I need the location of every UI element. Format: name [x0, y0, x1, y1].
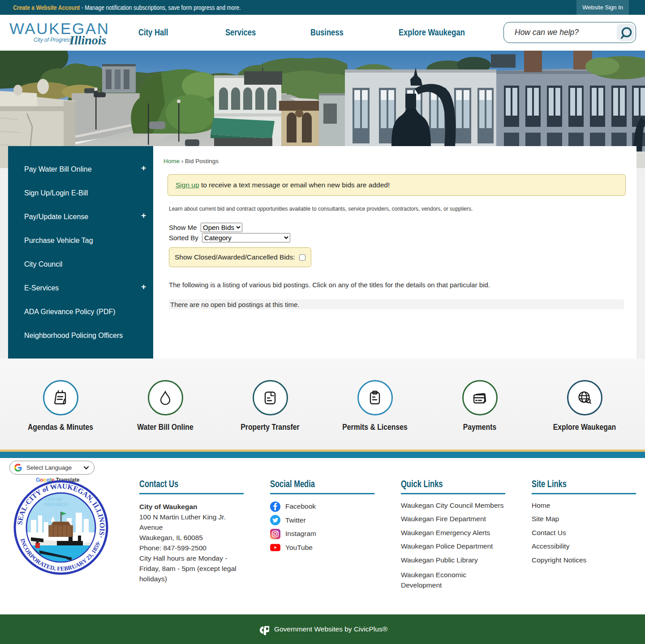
svg-text:PROGRESS: PROGRESS	[44, 502, 68, 507]
svg-text:CITY OF: CITY OF	[45, 497, 63, 502]
